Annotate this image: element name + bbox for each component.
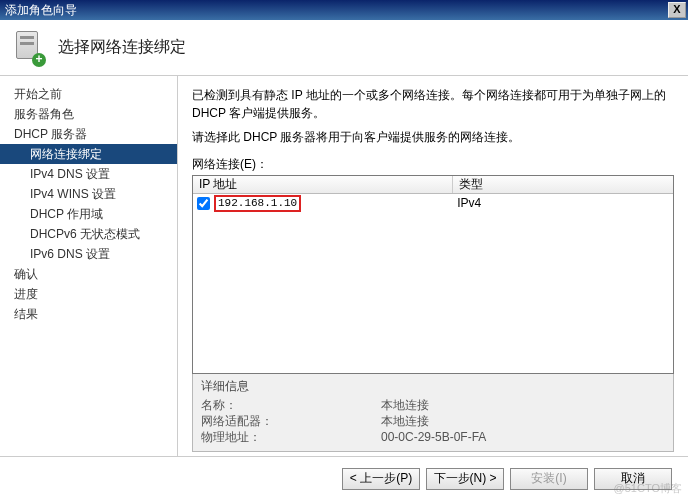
- wizard-footer: < 上一步(P) 下一步(N) > 安装(I) 取消: [0, 456, 688, 500]
- sidebar-item-ipv4-wins[interactable]: IPv4 WINS 设置: [0, 184, 177, 204]
- description-2: 请选择此 DHCP 服务器将用于向客户端提供服务的网络连接。: [192, 128, 674, 146]
- wizard-header: + 选择网络连接绑定: [0, 20, 688, 76]
- list-header: IP 地址 类型: [193, 176, 673, 194]
- connections-listbox[interactable]: IP 地址 类型 192.168.1.10 IPv4: [192, 175, 674, 374]
- detail-name-label: 名称：: [201, 397, 381, 413]
- list-row[interactable]: 192.168.1.10 IPv4: [193, 194, 673, 212]
- detail-mac-value: 00-0C-29-5B-0F-FA: [381, 429, 486, 445]
- sidebar-item-dhcpv6-stateless[interactable]: DHCPv6 无状态模式: [0, 224, 177, 244]
- detail-adapter-value: 本地连接: [381, 413, 429, 429]
- col-type[interactable]: 类型: [453, 176, 673, 193]
- sidebar-item-ipv4-dns[interactable]: IPv4 DNS 设置: [0, 164, 177, 184]
- close-button[interactable]: X: [668, 2, 686, 18]
- row-ip: 192.168.1.10: [214, 195, 301, 212]
- sidebar-item-before-begin[interactable]: 开始之前: [0, 84, 177, 104]
- details-title: 详细信息: [201, 378, 665, 395]
- sidebar-item-confirm[interactable]: 确认: [0, 264, 177, 284]
- row-checkbox[interactable]: [197, 197, 210, 210]
- detail-mac-label: 物理地址：: [201, 429, 381, 445]
- page-title: 选择网络连接绑定: [58, 37, 186, 58]
- prev-button[interactable]: < 上一步(P): [342, 468, 420, 490]
- description-1: 已检测到具有静态 IP 地址的一个或多个网络连接。每个网络连接都可用于为单独子网…: [192, 86, 674, 122]
- window-title: 添加角色向导: [5, 0, 77, 20]
- title-bar: 添加角色向导 X: [0, 0, 688, 20]
- sidebar-item-progress[interactable]: 进度: [0, 284, 177, 304]
- details-panel: 详细信息 名称： 本地连接 网络适配器： 本地连接 物理地址： 00-0C-29…: [192, 374, 674, 452]
- row-type: IPv4: [451, 196, 673, 210]
- detail-adapter-label: 网络适配器：: [201, 413, 381, 429]
- install-button: 安装(I): [510, 468, 588, 490]
- wizard-content: 已检测到具有静态 IP 地址的一个或多个网络连接。每个网络连接都可用于为单独子网…: [178, 76, 688, 456]
- connections-label: 网络连接(E)：: [192, 156, 674, 173]
- sidebar-item-result[interactable]: 结果: [0, 304, 177, 324]
- col-ip[interactable]: IP 地址: [193, 176, 453, 193]
- sidebar-item-dhcp-scope[interactable]: DHCP 作用域: [0, 204, 177, 224]
- wizard-sidebar: 开始之前 服务器角色 DHCP 服务器 网络连接绑定 IPv4 DNS 设置 I…: [0, 76, 178, 456]
- sidebar-item-server-roles[interactable]: 服务器角色: [0, 104, 177, 124]
- next-button[interactable]: 下一步(N) >: [426, 468, 504, 490]
- detail-name-value: 本地连接: [381, 397, 429, 413]
- list-rows: 192.168.1.10 IPv4: [193, 194, 673, 373]
- sidebar-item-ipv6-dns[interactable]: IPv6 DNS 设置: [0, 244, 177, 264]
- cancel-button[interactable]: 取消: [594, 468, 672, 490]
- sidebar-item-dhcp-server[interactable]: DHCP 服务器: [0, 124, 177, 144]
- sidebar-item-network-binding[interactable]: 网络连接绑定: [0, 144, 177, 164]
- server-icon: +: [14, 31, 44, 65]
